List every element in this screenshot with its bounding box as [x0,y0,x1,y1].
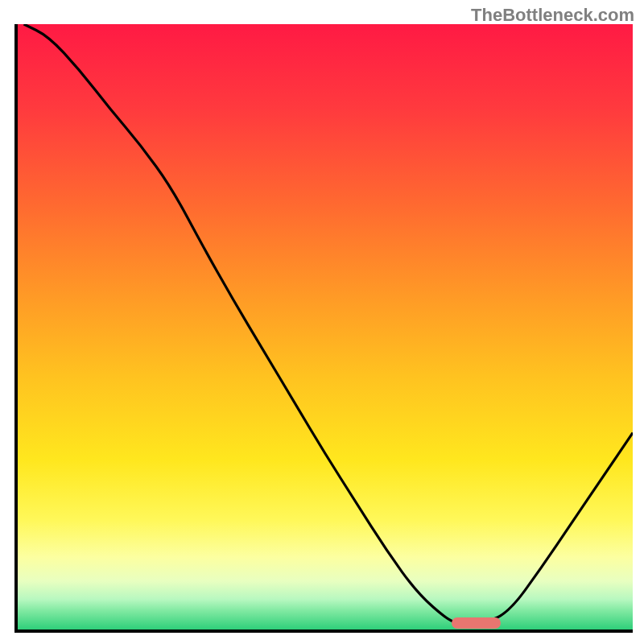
plot-area [14,24,633,633]
watermark-text: TheBottleneck.com [471,5,634,26]
chart-container: TheBottleneck.com [0,0,644,644]
bottleneck-curve [18,24,633,630]
optimal-marker [452,617,501,629]
